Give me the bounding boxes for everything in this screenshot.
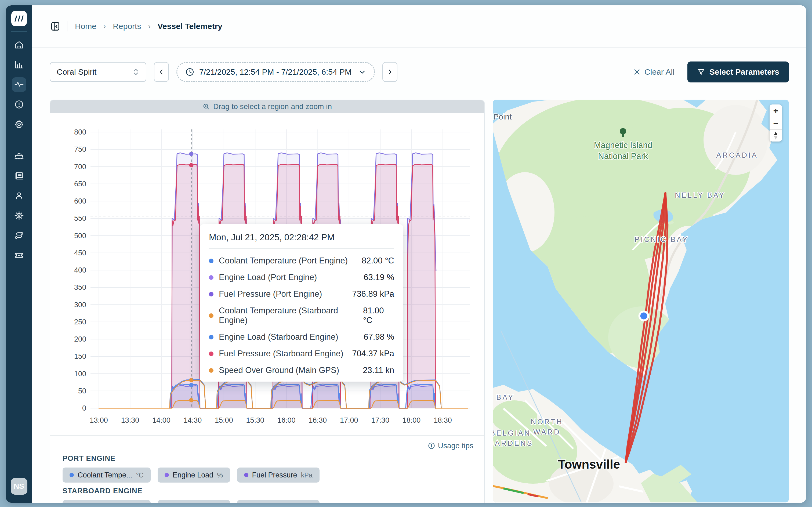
svg-text:0: 0: [82, 404, 86, 412]
toolbar-right: Clear All Select Parameters: [633, 61, 789, 82]
map-label: National Park: [598, 152, 648, 161]
date-range-picker[interactable]: 7/21/2025, 12:54 PM - 7/21/2025, 6:54 PM: [176, 62, 375, 82]
tooltip-series-value: 63.19 %: [363, 273, 394, 282]
sidebar-item-tickets[interactable]: [12, 248, 26, 263]
select-parameters-button[interactable]: Select Parameters: [687, 61, 789, 82]
tooltip-series-label: Engine Load (Port Engine): [219, 273, 317, 282]
svg-text:15:30: 15:30: [246, 416, 265, 424]
legend-chip[interactable]: Engine Load%: [158, 500, 230, 503]
sidebar: NS: [6, 5, 32, 503]
app-window: NS Home › Reports › Vessel Telemetry Cor…: [6, 5, 806, 503]
svg-text:16:00: 16:00: [277, 416, 296, 424]
tooltip-row: Coolant Temperature (Port Engine)82.00 °…: [209, 256, 394, 266]
info-icon: [428, 442, 435, 450]
map-label: NORTH: [531, 418, 563, 426]
toolbar: Coral Spirit 7/21/2025, 12:54 PM - 7/21/…: [50, 61, 789, 82]
map-label: BAY: [496, 393, 514, 401]
svg-text:13:00: 13:00: [90, 416, 108, 424]
sidebar-divider: [11, 31, 27, 32]
breadcrumb-home[interactable]: Home: [75, 22, 97, 31]
logo-icon: [14, 14, 24, 22]
tooltip-series-value: 736.89 kPa: [352, 289, 394, 299]
home-icon: [14, 40, 24, 50]
ship-icon: [14, 151, 24, 161]
svg-text:15:00: 15:00: [215, 416, 233, 424]
legend-chip[interactable]: Coolant Tempe...°C: [63, 467, 151, 483]
legend-group-label: STARBOARD ENGINE: [63, 487, 473, 495]
sidebar-item-telemetry[interactable]: [12, 77, 26, 92]
chip-label: Engine Load: [173, 471, 214, 480]
chip-unit: °C: [136, 471, 143, 479]
chevron-left-icon: [158, 68, 165, 75]
clear-all-label: Clear All: [644, 67, 675, 76]
breadcrumb: Home › Reports › Vessel Telemetry: [75, 22, 222, 31]
tooltip-series-value: 67.98 %: [363, 332, 394, 342]
map-zoom-in-button[interactable]: +: [769, 105, 782, 117]
sidebar-item-crew[interactable]: [12, 188, 26, 203]
tooltip-row: Coolant Temperature (Starboard Engine)81…: [209, 306, 394, 325]
date-range-value: 7/21/2025, 12:54 PM - 7/21/2025, 6:54 PM: [199, 67, 351, 76]
sidebar-item-home[interactable]: [12, 38, 26, 52]
legend-chip[interactable]: Fuel PressurekPa: [237, 467, 320, 483]
tooltip-rows: Coolant Temperature (Port Engine)82.00 °…: [209, 256, 394, 375]
map-label: BELGIAN: [493, 429, 531, 437]
svg-text:600: 600: [74, 197, 86, 205]
user-avatar[interactable]: NS: [11, 478, 27, 495]
svg-text:50: 50: [78, 387, 86, 395]
usage-tips-link[interactable]: Usage tips: [63, 442, 473, 450]
select-parameters-label: Select Parameters: [709, 67, 779, 76]
legend-chip[interactable]: Engine Load%: [158, 467, 230, 483]
sidebar-collapse-button[interactable]: [50, 21, 61, 32]
sidebar-item-routes[interactable]: [12, 228, 26, 243]
sidebar-item-fleet[interactable]: [12, 149, 26, 163]
scroll-icon: [14, 171, 24, 181]
chevron-right-icon: ›: [103, 22, 106, 31]
app-logo[interactable]: [11, 11, 27, 26]
route-icon: [14, 231, 24, 240]
tooltip-series-label: Fuel Pressure (Starboard Engine): [219, 349, 343, 358]
svg-text:17:00: 17:00: [340, 416, 358, 424]
clock-icon: [185, 67, 194, 76]
legend-chip[interactable]: Coolant Tempe...°C: [63, 500, 151, 503]
map-label: WARD: [533, 428, 561, 436]
breadcrumb-reports[interactable]: Reports: [113, 22, 141, 31]
svg-text:13:30: 13:30: [121, 416, 139, 424]
sidebar-item-helm[interactable]: [12, 208, 26, 223]
next-range-button[interactable]: [383, 62, 397, 82]
tooltip-series-value: 23.11 kn: [363, 365, 394, 375]
tooltip-series-value: 82.00 °C: [362, 256, 394, 266]
chip-unit: kPa: [301, 471, 312, 479]
sidebar-item-reports[interactable]: [12, 57, 26, 72]
vessel-map[interactable]: PointMagnetic IslandNational ParkARCADIA…: [493, 100, 789, 502]
svg-text:550: 550: [74, 214, 86, 222]
chip-label: Coolant Tempe...: [77, 471, 132, 480]
vessel-select[interactable]: Coral Spirit: [50, 62, 147, 82]
svg-text:18:00: 18:00: [403, 416, 421, 424]
map-zoom-out-button[interactable]: −: [769, 117, 782, 129]
vessel-position-marker[interactable]: [639, 311, 649, 322]
svg-text:17:30: 17:30: [371, 416, 389, 424]
sidebar-item-alerts[interactable]: [12, 97, 26, 112]
legend: Usage tips PORT ENGINECoolant Tempe...°C…: [50, 435, 484, 503]
chevron-right-icon: [387, 68, 393, 75]
svg-text:800: 800: [74, 128, 86, 136]
series-dot: [69, 473, 74, 477]
sidebar-item-logs[interactable]: [12, 169, 26, 183]
sidebar-item-settings[interactable]: [12, 117, 26, 131]
svg-text:650: 650: [74, 180, 86, 188]
previous-range-button[interactable]: [154, 62, 169, 82]
tooltip-row: Engine Load (Port Engine)63.19 %: [209, 273, 394, 282]
clear-all-button[interactable]: Clear All: [633, 67, 675, 76]
tooltip-series-label: Fuel Pressure (Port Engine): [219, 289, 322, 299]
legend-chip[interactable]: Fuel PressurekPa: [237, 500, 320, 503]
tooltip-series-value: 704.37 kPa: [352, 349, 394, 358]
map-compass-button[interactable]: [769, 129, 782, 142]
gear-icon: [14, 119, 24, 129]
series-dot: [209, 314, 214, 318]
map-label: PICNIC BAY: [635, 235, 689, 243]
series-dot: [209, 275, 214, 280]
svg-text:500: 500: [74, 232, 86, 240]
bar-chart-icon: [14, 60, 24, 69]
content: Drag to select a region and zoom in 0501…: [50, 100, 789, 503]
chart-drag-hint: Drag to select a region and zoom in: [213, 102, 332, 111]
